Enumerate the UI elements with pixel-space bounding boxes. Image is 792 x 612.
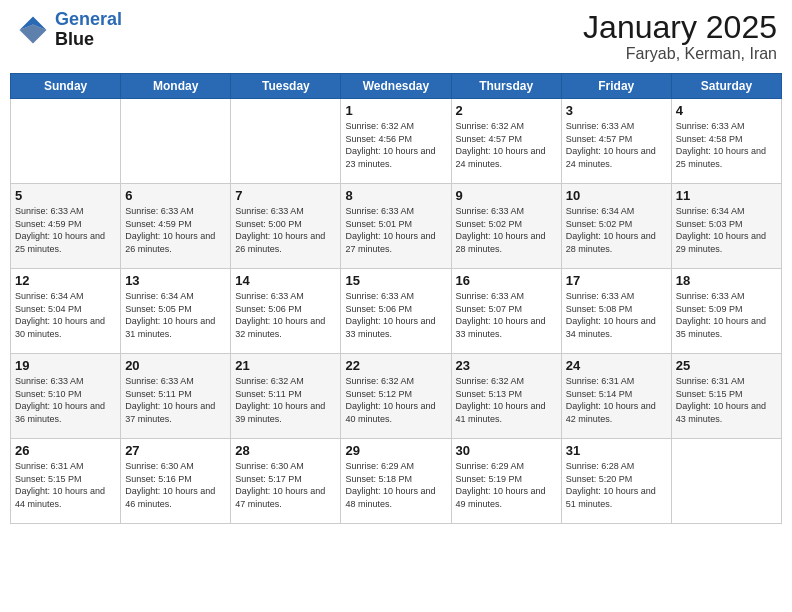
- day-number: 20: [125, 358, 226, 373]
- day-number: 10: [566, 188, 667, 203]
- calendar-day-cell: 3Sunrise: 6:33 AMSunset: 4:57 PMDaylight…: [561, 99, 671, 184]
- day-info: Sunrise: 6:31 AMSunset: 5:15 PMDaylight:…: [676, 375, 777, 425]
- calendar-day-cell: 15Sunrise: 6:33 AMSunset: 5:06 PMDayligh…: [341, 269, 451, 354]
- day-number: 17: [566, 273, 667, 288]
- weekday-header-cell: Tuesday: [231, 74, 341, 99]
- calendar-day-cell: 18Sunrise: 6:33 AMSunset: 5:09 PMDayligh…: [671, 269, 781, 354]
- calendar-day-cell: [11, 99, 121, 184]
- calendar-day-cell: 26Sunrise: 6:31 AMSunset: 5:15 PMDayligh…: [11, 439, 121, 524]
- calendar-day-cell: 9Sunrise: 6:33 AMSunset: 5:02 PMDaylight…: [451, 184, 561, 269]
- day-info: Sunrise: 6:32 AMSunset: 4:56 PMDaylight:…: [345, 120, 446, 170]
- calendar-day-cell: 31Sunrise: 6:28 AMSunset: 5:20 PMDayligh…: [561, 439, 671, 524]
- calendar-day-cell: 11Sunrise: 6:34 AMSunset: 5:03 PMDayligh…: [671, 184, 781, 269]
- day-number: 25: [676, 358, 777, 373]
- calendar-week-row: 26Sunrise: 6:31 AMSunset: 5:15 PMDayligh…: [11, 439, 782, 524]
- calendar-day-cell: 30Sunrise: 6:29 AMSunset: 5:19 PMDayligh…: [451, 439, 561, 524]
- title-block: January 2025 Faryab, Kerman, Iran: [583, 10, 777, 63]
- day-number: 29: [345, 443, 446, 458]
- calendar-day-cell: 22Sunrise: 6:32 AMSunset: 5:12 PMDayligh…: [341, 354, 451, 439]
- calendar-day-cell: 13Sunrise: 6:34 AMSunset: 5:05 PMDayligh…: [121, 269, 231, 354]
- day-number: 7: [235, 188, 336, 203]
- logo-line1: General: [55, 9, 122, 29]
- calendar-body: 1Sunrise: 6:32 AMSunset: 4:56 PMDaylight…: [11, 99, 782, 524]
- weekday-header-cell: Friday: [561, 74, 671, 99]
- calendar-title: January 2025: [583, 10, 777, 45]
- calendar-day-cell: 21Sunrise: 6:32 AMSunset: 5:11 PMDayligh…: [231, 354, 341, 439]
- day-number: 8: [345, 188, 446, 203]
- calendar-day-cell: [231, 99, 341, 184]
- day-info: Sunrise: 6:34 AMSunset: 5:02 PMDaylight:…: [566, 205, 667, 255]
- calendar-day-cell: 19Sunrise: 6:33 AMSunset: 5:10 PMDayligh…: [11, 354, 121, 439]
- calendar-day-cell: 12Sunrise: 6:34 AMSunset: 5:04 PMDayligh…: [11, 269, 121, 354]
- day-number: 5: [15, 188, 116, 203]
- calendar-day-cell: 7Sunrise: 6:33 AMSunset: 5:00 PMDaylight…: [231, 184, 341, 269]
- day-info: Sunrise: 6:29 AMSunset: 5:19 PMDaylight:…: [456, 460, 557, 510]
- day-number: 18: [676, 273, 777, 288]
- calendar-day-cell: 25Sunrise: 6:31 AMSunset: 5:15 PMDayligh…: [671, 354, 781, 439]
- calendar-day-cell: 1Sunrise: 6:32 AMSunset: 4:56 PMDaylight…: [341, 99, 451, 184]
- day-number: 14: [235, 273, 336, 288]
- day-number: 22: [345, 358, 446, 373]
- logo-line2: Blue: [55, 30, 122, 50]
- day-number: 27: [125, 443, 226, 458]
- logo: General Blue: [15, 10, 122, 50]
- calendar-week-row: 12Sunrise: 6:34 AMSunset: 5:04 PMDayligh…: [11, 269, 782, 354]
- calendar-table: SundayMondayTuesdayWednesdayThursdayFrid…: [10, 73, 782, 524]
- calendar-day-cell: 23Sunrise: 6:32 AMSunset: 5:13 PMDayligh…: [451, 354, 561, 439]
- day-info: Sunrise: 6:33 AMSunset: 5:08 PMDaylight:…: [566, 290, 667, 340]
- calendar-day-cell: [671, 439, 781, 524]
- day-number: 6: [125, 188, 226, 203]
- calendar-day-cell: 6Sunrise: 6:33 AMSunset: 4:59 PMDaylight…: [121, 184, 231, 269]
- weekday-header-cell: Wednesday: [341, 74, 451, 99]
- logo-text: General Blue: [55, 10, 122, 50]
- calendar-week-row: 1Sunrise: 6:32 AMSunset: 4:56 PMDaylight…: [11, 99, 782, 184]
- day-info: Sunrise: 6:33 AMSunset: 5:01 PMDaylight:…: [345, 205, 446, 255]
- day-info: Sunrise: 6:33 AMSunset: 5:00 PMDaylight:…: [235, 205, 336, 255]
- calendar-header: General Blue January 2025 Faryab, Kerman…: [10, 10, 782, 63]
- day-number: 28: [235, 443, 336, 458]
- day-info: Sunrise: 6:33 AMSunset: 4:59 PMDaylight:…: [125, 205, 226, 255]
- calendar-day-cell: 24Sunrise: 6:31 AMSunset: 5:14 PMDayligh…: [561, 354, 671, 439]
- day-number: 4: [676, 103, 777, 118]
- calendar-day-cell: 8Sunrise: 6:33 AMSunset: 5:01 PMDaylight…: [341, 184, 451, 269]
- day-info: Sunrise: 6:33 AMSunset: 5:06 PMDaylight:…: [235, 290, 336, 340]
- day-info: Sunrise: 6:29 AMSunset: 5:18 PMDaylight:…: [345, 460, 446, 510]
- logo-icon: [15, 12, 51, 48]
- day-number: 15: [345, 273, 446, 288]
- day-number: 19: [15, 358, 116, 373]
- day-number: 2: [456, 103, 557, 118]
- day-number: 9: [456, 188, 557, 203]
- day-info: Sunrise: 6:33 AMSunset: 5:06 PMDaylight:…: [345, 290, 446, 340]
- weekday-header-cell: Saturday: [671, 74, 781, 99]
- day-info: Sunrise: 6:28 AMSunset: 5:20 PMDaylight:…: [566, 460, 667, 510]
- weekday-header-cell: Monday: [121, 74, 231, 99]
- day-number: 23: [456, 358, 557, 373]
- day-info: Sunrise: 6:34 AMSunset: 5:05 PMDaylight:…: [125, 290, 226, 340]
- day-number: 21: [235, 358, 336, 373]
- day-number: 11: [676, 188, 777, 203]
- calendar-day-cell: 17Sunrise: 6:33 AMSunset: 5:08 PMDayligh…: [561, 269, 671, 354]
- calendar-day-cell: 29Sunrise: 6:29 AMSunset: 5:18 PMDayligh…: [341, 439, 451, 524]
- calendar-day-cell: 27Sunrise: 6:30 AMSunset: 5:16 PMDayligh…: [121, 439, 231, 524]
- weekday-header-cell: Thursday: [451, 74, 561, 99]
- day-number: 13: [125, 273, 226, 288]
- calendar-day-cell: 20Sunrise: 6:33 AMSunset: 5:11 PMDayligh…: [121, 354, 231, 439]
- calendar-week-row: 19Sunrise: 6:33 AMSunset: 5:10 PMDayligh…: [11, 354, 782, 439]
- day-info: Sunrise: 6:33 AMSunset: 5:09 PMDaylight:…: [676, 290, 777, 340]
- day-number: 12: [15, 273, 116, 288]
- day-info: Sunrise: 6:32 AMSunset: 5:11 PMDaylight:…: [235, 375, 336, 425]
- day-info: Sunrise: 6:33 AMSunset: 5:11 PMDaylight:…: [125, 375, 226, 425]
- calendar-day-cell: 10Sunrise: 6:34 AMSunset: 5:02 PMDayligh…: [561, 184, 671, 269]
- day-info: Sunrise: 6:30 AMSunset: 5:16 PMDaylight:…: [125, 460, 226, 510]
- calendar-day-cell: 28Sunrise: 6:30 AMSunset: 5:17 PMDayligh…: [231, 439, 341, 524]
- day-info: Sunrise: 6:33 AMSunset: 5:10 PMDaylight:…: [15, 375, 116, 425]
- day-info: Sunrise: 6:33 AMSunset: 4:59 PMDaylight:…: [15, 205, 116, 255]
- day-number: 24: [566, 358, 667, 373]
- calendar-week-row: 5Sunrise: 6:33 AMSunset: 4:59 PMDaylight…: [11, 184, 782, 269]
- calendar-day-cell: 4Sunrise: 6:33 AMSunset: 4:58 PMDaylight…: [671, 99, 781, 184]
- calendar-day-cell: 2Sunrise: 6:32 AMSunset: 4:57 PMDaylight…: [451, 99, 561, 184]
- day-number: 1: [345, 103, 446, 118]
- day-number: 31: [566, 443, 667, 458]
- day-number: 16: [456, 273, 557, 288]
- day-info: Sunrise: 6:32 AMSunset: 5:12 PMDaylight:…: [345, 375, 446, 425]
